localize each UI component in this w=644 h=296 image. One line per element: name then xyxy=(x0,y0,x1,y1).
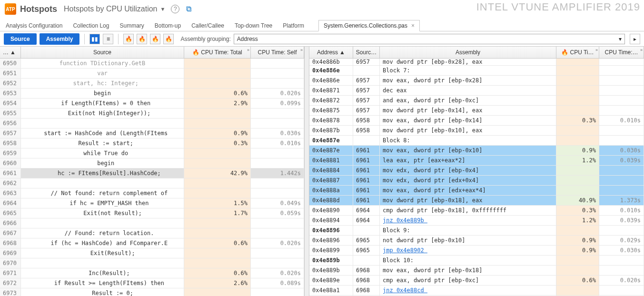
table-row[interactable]: 0x4e88966965not dword ptr [ebp-0x10]0.9%… xyxy=(309,236,644,246)
flame-next-icon[interactable]: 🔥 xyxy=(137,34,147,44)
cpu-time-self xyxy=(599,176,644,185)
source-button[interactable]: Source xyxy=(4,33,37,45)
grouping-select[interactable]: Address ▾ xyxy=(234,34,625,44)
table-row[interactable]: 6957 start := HashCode and (Length(FItem… xyxy=(0,128,304,138)
table-row[interactable]: 0x4e88716957dec eax xyxy=(309,86,644,96)
tab-platform[interactable]: Platform xyxy=(282,20,305,31)
col-assembly[interactable]: Assembly xyxy=(380,47,556,58)
table-row[interactable]: 6958 Result := start;0.3%0.010s xyxy=(0,138,304,148)
table-row[interactable]: 6973 Result := 0; xyxy=(0,288,304,296)
table-row[interactable]: 6953begin0.6%0.020s xyxy=(0,89,304,99)
cpu-time-self xyxy=(251,109,304,118)
table-row[interactable]: 0x4e88a16968jnz 0x4e88cd xyxy=(309,286,644,296)
table-row[interactable]: 0x4e887eBlock 8: xyxy=(309,136,644,146)
table-row[interactable]: 0x4e889b6968mov eax, dword ptr [ebp-0x18… xyxy=(309,266,644,276)
jump-link[interactable]: jnz 0x4e889b xyxy=(383,217,427,224)
cpu-time-total: 42.9% xyxy=(184,168,251,178)
table-row[interactable]: 6954 if Length(FItems) = 0 then2.9%0.099… xyxy=(0,99,304,109)
table-row[interactable]: 6963 // Not found: return complement of xyxy=(0,188,304,198)
col-cpu-time-total[interactable]: 🔥CPU Time: Total» xyxy=(184,47,251,58)
flame-prev-icon[interactable]: 🔥 xyxy=(123,34,134,44)
tab-top-down[interactable]: Top-down Tree xyxy=(234,20,273,31)
table-row[interactable]: 6966 xyxy=(0,218,304,228)
table-row[interactable]: 0x4e889e6968cmp eax, dword ptr [ebp-0xc]… xyxy=(309,276,644,286)
table-row[interactable]: 6967 // Found: return location. xyxy=(0,228,304,238)
table-row[interactable]: 6965 Exit(not Result);1.7%0.059s xyxy=(0,208,304,218)
cpu-time-total: 1.7% xyxy=(184,208,251,218)
table-row[interactable]: 6956 xyxy=(0,118,304,128)
cpu-time-total xyxy=(184,218,251,228)
table-row[interactable]: 6951var xyxy=(0,69,304,79)
tab-caller-callee[interactable]: Caller/Callee xyxy=(190,20,225,31)
splitter[interactable] xyxy=(305,47,309,296)
layout-split-button[interactable]: ▮▮ xyxy=(89,34,100,44)
flame-down-icon[interactable]: 🔥 xyxy=(163,34,174,44)
source-table-body[interactable]: 6950function TDictionary.GetB6951var6952… xyxy=(0,59,304,296)
table-row[interactable]: 0x4e88876961mov edx, dword ptr [edx+0x4] xyxy=(309,176,644,186)
table-row[interactable]: 6972 if Result >= Length(FItems) then2.6… xyxy=(0,278,304,288)
table-row[interactable]: 0x4e887b6958mov dword ptr [ebp-0x10], ea… xyxy=(309,126,644,136)
line-number: 6968 xyxy=(0,238,21,248)
tab-bottom-up[interactable]: Bottom-up xyxy=(154,20,182,31)
close-icon[interactable]: × xyxy=(411,22,415,29)
jump-link[interactable]: jnz 0x4e88cd xyxy=(383,287,427,294)
tab-analysis-config[interactable]: Analysis Configuration xyxy=(5,20,63,31)
table-row[interactable]: 0x4e889bBlock 10: xyxy=(309,256,644,266)
col-source-line[interactable]: Sourc… xyxy=(353,47,380,58)
copy-icon[interactable]: ⧉ xyxy=(186,5,191,13)
file-tab[interactable]: System.Generics.Collections.pas × xyxy=(318,20,420,31)
cpu-time-total: 1.2% xyxy=(556,216,599,225)
table-row[interactable]: 6960 begin xyxy=(0,158,304,168)
table-row[interactable]: 0x4e88906964cmp dword ptr [ebp-0x18], 0x… xyxy=(309,206,644,216)
asm-table-body[interactable]: 0x4e886b6957mov dword ptr [ebp-0x28], ea… xyxy=(309,59,644,296)
col-cpu-time-total[interactable]: 🔥CPU Ti…» xyxy=(556,47,599,58)
table-row[interactable]: 6964 if hc = EMPTY_HASH then1.5%0.049s xyxy=(0,198,304,208)
tab-summary[interactable]: Summary xyxy=(119,20,145,31)
table-row[interactable]: 0x4e886eBlock 7: xyxy=(309,66,644,76)
table-row[interactable]: 6955 Exit(not High(Integer)); xyxy=(0,109,304,118)
table-row[interactable]: 6971 Inc(Result);0.6%0.020s xyxy=(0,268,304,278)
col-cpu-time-self[interactable]: CPU Time: Self» xyxy=(251,47,304,58)
col-cpu-time-self[interactable]: CPU Time:…» xyxy=(599,47,644,58)
table-row[interactable]: 0x4e88726957and eax, dword ptr [ebp-0xc] xyxy=(309,96,644,106)
flame-up-icon[interactable]: 🔥 xyxy=(150,34,160,44)
expand-icon[interactable]: » xyxy=(247,48,249,52)
col-source[interactable]: Source xyxy=(21,47,184,58)
cpu-time-self xyxy=(599,96,644,105)
table-row[interactable]: 0x4e88846961mov edx, dword ptr [ebp-0x4] xyxy=(309,166,644,176)
table-row[interactable]: 6950function TDictionary.GetB xyxy=(0,59,304,69)
analysis-subtitle[interactable]: Hotspots by CPU Utilization xyxy=(64,5,158,13)
table-row[interactable]: 6962 xyxy=(0,178,304,188)
assembly-button[interactable]: Assembly xyxy=(40,33,80,45)
table-row[interactable]: 6968 if (hc = HashCode) and FComparer.E0… xyxy=(0,238,304,248)
table-row[interactable]: 0x4e886e6957mov eax, dword ptr [ebp-0x28… xyxy=(309,76,644,86)
table-row[interactable]: 0x4e88996965jmp 0x4e8902 0.9%0.030s xyxy=(309,246,644,256)
col-line-number[interactable]: …▲ xyxy=(0,47,21,58)
table-row[interactable]: 6969 Exit(Result); xyxy=(0,248,304,258)
layout-stack-button[interactable]: ≡ xyxy=(103,34,113,44)
table-row[interactable]: 0x4e88786958mov eax, dword ptr [ebp-0x14… xyxy=(309,116,644,126)
table-row[interactable]: 0x4e88816961lea eax, ptr [eax+eax*2]1.2%… xyxy=(309,156,644,166)
table-row[interactable]: 6952 start, hc: Integer; xyxy=(0,79,304,89)
expand-icon[interactable]: » xyxy=(640,48,643,52)
expand-icon[interactable]: » xyxy=(595,48,598,52)
chevron-down-icon[interactable]: ▼ xyxy=(160,6,166,12)
tab-collection-log[interactable]: Collection Log xyxy=(72,20,110,31)
table-row[interactable]: 0x4e887e6961mov eax, dword ptr [ebp-0x10… xyxy=(309,146,644,156)
col-address[interactable]: Address▲ xyxy=(309,47,353,58)
cpu-time-self xyxy=(599,186,644,195)
table-row[interactable]: 6959 while True do xyxy=(0,148,304,158)
table-row[interactable]: 0x4e888d6961mov dword ptr [ebp-0x18], ea… xyxy=(309,196,644,206)
help-icon[interactable]: ? xyxy=(171,5,179,13)
settings-icon[interactable]: ▸ xyxy=(630,34,640,44)
table-row[interactable]: 0x4e88756957mov dword ptr [ebp-0x14], ea… xyxy=(309,106,644,116)
table-row[interactable]: 6961 hc := FItems[Result].HashCode;42.9%… xyxy=(0,168,304,178)
jump-link[interactable]: jmp 0x4e8902 xyxy=(383,247,427,254)
table-row[interactable]: 0x4e8896Block 9: xyxy=(309,226,644,236)
table-row[interactable]: 0x4e886b6957mov dword ptr [ebp-0x28], ea… xyxy=(309,59,644,66)
table-row[interactable]: 0x4e88946964jnz 0x4e889b 1.2%0.039s xyxy=(309,216,644,226)
table-row[interactable]: 6970 xyxy=(0,258,304,268)
cpu-time-self: 0.010s xyxy=(599,206,644,215)
expand-icon[interactable]: » xyxy=(300,48,303,52)
table-row[interactable]: 0x4e888a6961mov eax, dword ptr [edx+eax*… xyxy=(309,186,644,196)
